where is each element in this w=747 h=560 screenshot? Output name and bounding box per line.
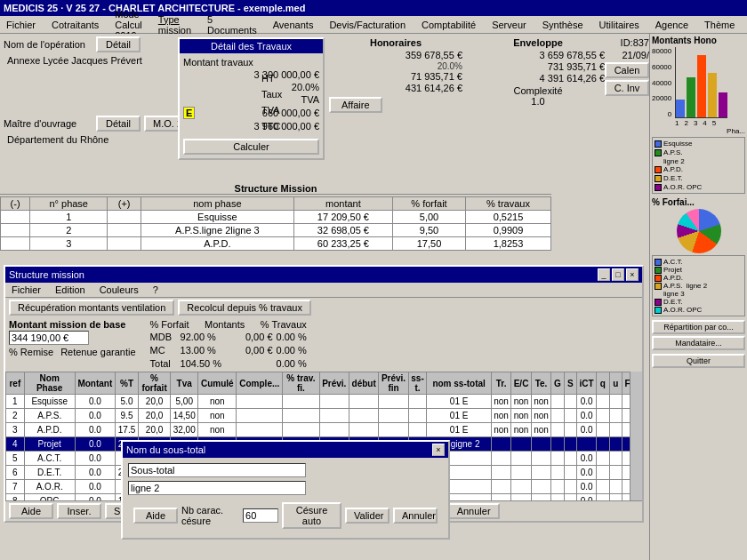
sous-total-line1-input[interactable] <box>128 463 306 477</box>
montant-base-input[interactable] <box>9 331 89 345</box>
menu-synthese[interactable]: Synthèse <box>540 19 586 31</box>
menu-documents[interactable]: 5 Documents <box>205 13 260 36</box>
mc-pct: 13.00 % <box>181 345 225 356</box>
table-row: 2 A.P.S.ligne 2ligne 332 698,05 €9,500,9… <box>1 224 551 237</box>
col-montant: montant <box>293 197 392 211</box>
mdb-pct: 92.00 % <box>181 332 225 342</box>
right-panel: Montants Hono 80000 60000 40000 20000 0 … <box>649 34 747 560</box>
table-row: 1Esquisse0.05.020,05,00non01 Enonnonnon0… <box>6 395 642 409</box>
calculer-button[interactable]: Calculer <box>183 139 319 155</box>
bar-2 <box>687 77 695 117</box>
structure-section: Structure Mission (-) n° phase (+) nom p… <box>0 183 551 251</box>
maximize-button[interactable]: □ <box>612 268 624 281</box>
legend-color-det <box>655 175 662 182</box>
menu-type-mission[interactable]: Type mission <box>156 13 194 36</box>
pie-legend-projet: Projet <box>655 266 743 274</box>
sous-total-header: Nom du sous-total × <box>123 442 448 458</box>
recup-button[interactable]: Récupération montants ventilation <box>9 300 174 316</box>
quitter-button[interactable]: Quitter <box>652 354 745 368</box>
tva-label-dt: TVA <box>301 94 319 105</box>
nb-carac-label: Nb carac. césure <box>181 505 239 526</box>
table-row: 3 A.P.D.60 233,25 €17,501,8253 <box>1 237 551 251</box>
sous-total-body: Aide Nb carac. césure Césure auto Valide… <box>123 458 448 538</box>
total-pct: 104.50 % <box>181 358 225 369</box>
chart-title: Montants Hono <box>652 36 745 45</box>
montants-col-label: Montants <box>205 319 245 330</box>
affaire-button[interactable]: Affaire <box>329 97 382 113</box>
legend-aps: A.P.S. <box>655 148 743 156</box>
close-button[interactable]: × <box>626 268 639 281</box>
y-axis: 80000 60000 40000 20000 0 <box>652 47 673 118</box>
nb-carac-input[interactable] <box>243 508 278 523</box>
menu-serveur[interactable]: Serveur <box>489 19 529 31</box>
calen-button[interactable]: Calen <box>605 62 649 78</box>
valider-sous-total-button[interactable]: Valider <box>345 508 390 524</box>
table-row: 2A.P.S.0.09.520,014,50non01 Enonnonnon0.… <box>6 409 642 423</box>
pie-legend-det: D.E.T. <box>655 298 743 306</box>
sous-total-actions: Aide Nb carac. césure Césure auto Valide… <box>128 499 443 532</box>
aide-bottom-button[interactable]: Aide <box>9 503 53 519</box>
sous-total-line2-input[interactable] <box>128 481 306 495</box>
cesure-auto-button[interactable]: Césure auto <box>282 502 341 529</box>
recalcul-button[interactable]: Recolcul depuis % travaux <box>178 300 311 316</box>
operation-name: Annexe Lycée Jacques Prévert <box>7 55 142 66</box>
menu-agence[interactable]: Agence <box>653 19 691 31</box>
inser-button[interactable]: Inser. <box>57 503 101 519</box>
close-sous-total-button[interactable]: × <box>432 444 445 456</box>
pie-title: % Forfai... <box>652 197 745 207</box>
retenue-label: Retenue garantie <box>60 347 135 357</box>
detail-btn-2[interactable]: Détail <box>96 116 141 132</box>
col-minus: (-) <box>1 197 30 211</box>
mandataire-button[interactable]: Mandataire... <box>652 336 745 350</box>
hon-val1: 359 678,55 € <box>329 50 462 60</box>
x-labels: 1 2 3 4 5 <box>652 119 745 127</box>
detail-button[interactable]: Détail <box>96 36 141 52</box>
mc-row: MC 13.00 % 0,00 € 0.00 % <box>150 345 307 356</box>
detail-travaux-popup: Détail des Travaux Montant travaux 3 300… <box>178 37 325 160</box>
maitre-ouvrage-label: Maître d'ouvrage <box>4 118 92 129</box>
maitre-ouvrage-row: Maître d'ouvrage Détail M.O. 2 M.O. 3 <box>4 116 646 132</box>
hon-val3: 431 614,26 € <box>329 83 462 93</box>
honoraires-title: Honoraires <box>329 37 462 48</box>
menu-utilitaires[interactable]: Utilitaires <box>597 19 642 31</box>
sw-menu-fichier[interactable]: Fichier <box>9 284 44 296</box>
menu-devis[interactable]: Devis/Facturation <box>326 19 408 31</box>
sw-menu-edition[interactable]: Edition <box>52 284 88 296</box>
legend-det: D.E.T. <box>655 174 743 182</box>
mc-pct2: 0.00 % <box>277 345 307 356</box>
sous-total-line1-row <box>128 463 443 477</box>
legend-apd: A.P.D. <box>655 165 743 173</box>
menu-theme[interactable]: Thème <box>702 19 737 31</box>
total-row: Total 104.50 % 0.00 % <box>150 358 307 369</box>
pct-travaux-col-label: % Travaux <box>261 319 307 330</box>
col-forfait: % forfait <box>393 197 466 211</box>
mdb-pct2: 0.00 % <box>277 332 307 342</box>
nom-operation-label: Nom de l'opération <box>4 39 92 50</box>
hon-val2: 71 935,71 € <box>329 71 462 82</box>
tva-label: TVA <box>261 105 282 116</box>
bar-5 <box>719 92 727 117</box>
menu-comptabilite[interactable]: Comptabilité <box>419 19 478 31</box>
legend-color-aps <box>655 149 662 156</box>
annuler-sous-total-button[interactable]: Annuler <box>393 508 438 524</box>
bar-1 <box>676 100 685 117</box>
vertical-scrollbar[interactable] <box>630 372 642 500</box>
total-label: Total <box>150 358 177 369</box>
minimize-button[interactable]: _ <box>598 268 610 281</box>
cinv-button[interactable]: C. Inv <box>605 80 649 96</box>
left-panel: Nom de l'opération Détail Annexe Lycée J… <box>0 34 649 560</box>
aide-button[interactable]: Aide <box>133 508 178 524</box>
mc-label: MC <box>150 345 177 356</box>
detail-travaux-title: Détail des Travaux <box>180 39 323 53</box>
sw-menu-help[interactable]: ? <box>150 284 161 296</box>
menu-avenants[interactable]: Avenants <box>270 19 317 31</box>
repartition-button[interactable]: Répartition par co... <box>652 320 745 334</box>
col-travaux: % travaux <box>465 197 550 211</box>
menu-cotraitants[interactable]: Cotraitants <box>49 19 101 31</box>
annuler-bottom-button[interactable]: Annuler <box>448 503 500 519</box>
sw-menu-couleurs[interactable]: Couleurs <box>97 284 141 296</box>
bar-chart <box>675 47 727 118</box>
table-row: 3A.P.D.0.017.520,032,00non01 Enonnonnon0… <box>6 423 642 437</box>
menu-fichier[interactable]: Fichier <box>4 19 38 31</box>
main-content: Nom de l'opération Détail Annexe Lycée J… <box>0 34 747 560</box>
